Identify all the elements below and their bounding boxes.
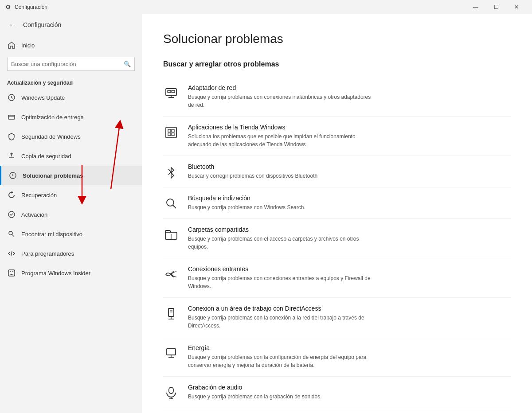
svg-rect-21 xyxy=(166,127,176,138)
network-icon xyxy=(163,85,179,101)
svg-rect-24 xyxy=(168,133,171,136)
trouble-item-busqueda[interactable]: Búsqueda e indización Busque y corrija p… xyxy=(163,187,511,219)
sidebar-item-seguridad[interactable]: Seguridad de Windows xyxy=(0,127,142,146)
sidebar-topbar: ← Configuración xyxy=(0,14,142,35)
trouble-item-conexiones[interactable]: Conexiones entrantes Busque y corrija pr… xyxy=(163,258,511,298)
trouble-name: Aplicaciones de la Tienda Windows xyxy=(188,124,374,131)
trouble-name: Búsqueda e indización xyxy=(188,195,305,202)
sidebar-item-label: Seguridad de Windows xyxy=(21,133,81,140)
trouble-item-energia[interactable]: Energía Busque y corrija problemas con l… xyxy=(163,337,511,377)
dev-icon xyxy=(7,249,16,258)
trouble-text-busqueda: Búsqueda e indización Busque y corrija p… xyxy=(188,195,305,211)
trouble-name: Conexión a un área de trabajo con Direct… xyxy=(188,305,374,312)
trouble-desc: Busque y corrija problemas con conexione… xyxy=(188,274,374,290)
activation-icon xyxy=(7,210,16,219)
home-icon xyxy=(7,41,16,50)
trouble-item-carpetas[interactable]: Carpetas compartidas Busque y corrija pr… xyxy=(163,219,511,258)
trouble-desc: Soluciona los problemas que es posible q… xyxy=(188,132,374,148)
svg-rect-36 xyxy=(167,349,176,355)
svg-point-26 xyxy=(167,199,174,206)
trouble-name: Energía xyxy=(188,344,374,351)
trouble-name: Bluetooth xyxy=(188,163,317,170)
svg-rect-39 xyxy=(169,387,173,394)
sidebar-item-label: Windows Update xyxy=(21,94,65,101)
maximize-button[interactable]: ☐ xyxy=(486,0,506,14)
trouble-text-conexiones: Conexiones entrantes Busque y corrija pr… xyxy=(188,265,374,290)
app-body: ← Configuración Inicio 🔍 Actualización y… xyxy=(0,14,532,413)
titlebar-title: Configuración xyxy=(15,4,466,10)
trouble-text-directaccess: Conexión a un área de trabajo con Direct… xyxy=(188,305,374,330)
directaccess-icon xyxy=(163,306,179,322)
sidebar-item-windows-update[interactable]: Windows Update xyxy=(0,88,142,107)
sidebar-item-label: Programa Windows Insider xyxy=(21,270,90,277)
sidebar-item-label: Encontrar mi dispositivo xyxy=(21,231,82,238)
trouble-desc: Busque y corrija problemas con la config… xyxy=(188,353,374,369)
page-title: Solucionar problemas xyxy=(163,32,511,46)
trouble-item-adaptador-red[interactable]: Adaptador de red Busque y corrija proble… xyxy=(163,77,511,117)
trouble-name: Grabación de audio xyxy=(188,384,322,391)
svg-line-11 xyxy=(12,235,15,237)
trouble-text-carpetas: Carpetas compartidas Busque y corrija pr… xyxy=(188,226,374,251)
sidebar-item-activacion[interactable]: Activación xyxy=(0,205,142,224)
close-button[interactable]: ✕ xyxy=(506,0,527,14)
trouble-desc: Buscar y corregir problemas con disposit… xyxy=(188,172,317,180)
trouble-desc: Busque y corrija problemas con el acceso… xyxy=(188,235,374,251)
sidebar-item-label: Solucionar problemas xyxy=(23,172,83,179)
find-icon xyxy=(7,230,16,238)
store-icon xyxy=(163,125,179,140)
sidebar-item-programadores[interactable]: Para programadores xyxy=(0,244,142,263)
sidebar-item-recuperacion[interactable]: Recuperación xyxy=(0,185,142,205)
minimize-button[interactable]: — xyxy=(466,0,486,14)
svg-rect-23 xyxy=(172,129,174,132)
troubleshoot-icon xyxy=(8,171,17,180)
svg-rect-17 xyxy=(168,90,171,93)
svg-line-12 xyxy=(11,251,12,256)
sidebar-section-title: Actualización y seguridad xyxy=(0,76,142,88)
trouble-text-energia: Energía Busque y corrija problemas con l… xyxy=(188,344,374,369)
svg-rect-5 xyxy=(8,115,15,119)
update-icon xyxy=(7,93,16,102)
mic-icon xyxy=(163,385,179,401)
sidebar-item-label: Copia de seguridad xyxy=(21,153,71,160)
sidebar-item-insider[interactable]: Programa Windows Insider xyxy=(0,263,142,283)
trouble-desc: Busque y corrija problemas con la conexi… xyxy=(188,314,374,330)
back-button[interactable]: ← xyxy=(7,19,18,31)
sidebar-item-encontrar[interactable]: Encontrar mi dispositivo xyxy=(0,224,142,244)
trouble-item-bluetooth[interactable]: Bluetooth Buscar y corregir problemas co… xyxy=(163,156,511,187)
shield-icon xyxy=(7,132,16,141)
app-icon: ⚙ xyxy=(5,4,11,11)
trouble-item-video[interactable]: Reproducción de vídeo Encontrar y soluci… xyxy=(163,408,511,413)
trouble-item-tienda[interactable]: Aplicaciones de la Tienda Windows Soluci… xyxy=(163,117,511,156)
sidebar-item-solucionar[interactable]: Solucionar problemas xyxy=(0,166,142,185)
trouble-text-tienda: Aplicaciones de la Tienda Windows Soluci… xyxy=(188,124,374,148)
svg-rect-18 xyxy=(172,90,175,93)
titlebar: ⚙ Configuración — ☐ ✕ xyxy=(0,0,532,14)
trouble-name: Conexiones entrantes xyxy=(188,265,374,273)
search-circle-icon xyxy=(163,195,179,211)
sidebar-app-title: Configuración xyxy=(23,21,61,28)
svg-rect-31 xyxy=(168,308,174,316)
sidebar-item-label: Para programadores xyxy=(21,250,74,257)
svg-point-15 xyxy=(12,271,13,272)
svg-line-27 xyxy=(173,205,176,208)
sidebar: ← Configuración Inicio 🔍 Actualización y… xyxy=(0,14,142,413)
sidebar-item-inicio[interactable]: Inicio xyxy=(0,35,142,55)
svg-rect-25 xyxy=(172,133,174,136)
search-submit-button[interactable]: 🔍 xyxy=(124,61,131,67)
section-title: Buscar y arreglar otros problemas xyxy=(163,60,511,68)
insider-icon xyxy=(7,269,16,277)
delivery-icon xyxy=(7,113,16,121)
recovery-icon xyxy=(7,191,16,199)
svg-rect-22 xyxy=(168,129,171,132)
trouble-item-directaccess[interactable]: Conexión a un área de trabajo con Direct… xyxy=(163,298,511,337)
sidebar-item-copia[interactable]: Copia de seguridad xyxy=(0,146,142,166)
search-input[interactable] xyxy=(11,61,124,67)
svg-point-10 xyxy=(9,231,12,235)
trouble-name: Carpetas compartidas xyxy=(188,226,374,233)
sidebar-item-optimizacion[interactable]: Optimización de entrega xyxy=(0,107,142,127)
trouble-item-grabacion[interactable]: Grabación de audio Busque y corrija prob… xyxy=(163,377,511,408)
trouble-desc: Busque y corrija problemas con la grabac… xyxy=(188,393,322,401)
sidebar-item-label: Inicio xyxy=(21,42,35,49)
search-box: 🔍 xyxy=(7,57,135,71)
folder-shared-icon xyxy=(163,227,179,243)
